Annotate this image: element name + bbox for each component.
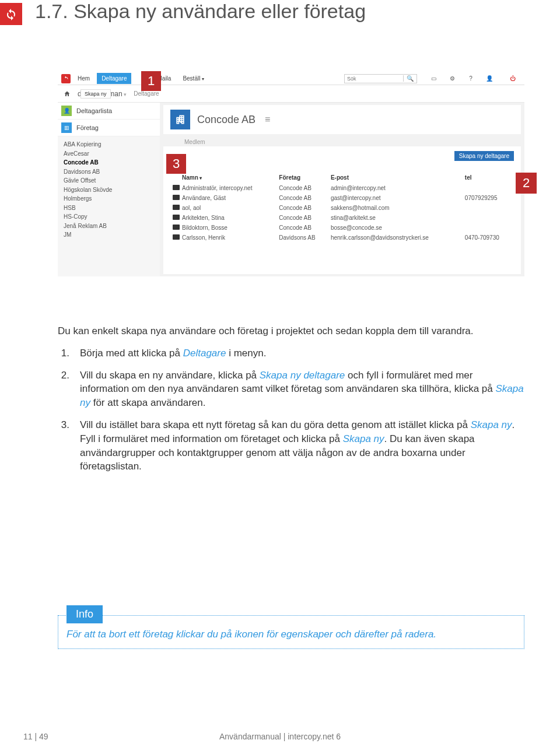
callout-2: 2 <box>516 173 537 194</box>
cell-tel <box>464 183 513 193</box>
info-text: För att ta bort ett företag klickar du p… <box>66 629 516 640</box>
company-item[interactable]: ABA Kopiering <box>64 140 154 149</box>
company-item[interactable]: Gävle Offset <box>64 176 154 185</box>
cell-foretag: Davidsons AB <box>278 233 330 243</box>
card-icon <box>173 234 180 240</box>
cell-epost: gast@intercopy.net <box>330 193 464 203</box>
sidebar-label: Företag <box>76 124 99 131</box>
skapa-ny-chip[interactable]: Skapa ny <box>80 89 111 99</box>
page-number: 11 | 49 <box>23 732 48 741</box>
company-item-selected[interactable]: Concode AB <box>64 158 154 167</box>
search-input[interactable] <box>345 75 403 83</box>
sidebar-item-foretag[interactable]: ▥ Företag <box>58 120 160 136</box>
skapa-ny-deltagare-button[interactable]: Skapa ny deltagare <box>454 151 514 161</box>
table-row[interactable]: Bildoktorn, BosseConcode ABbosse@concode… <box>172 223 513 233</box>
chat-icon[interactable]: ▭ <box>429 75 438 82</box>
step-1: 1. Börja med att klicka på Deltagare i m… <box>58 346 524 360</box>
refresh-icon <box>62 75 69 82</box>
info-box: Info För att ta bort ett företag klickar… <box>58 615 524 649</box>
col-tel[interactable]: tel <box>464 172 513 183</box>
table-row[interactable]: Användare, GästConcode ABgast@intercopy.… <box>172 193 513 203</box>
cell-foretag: Concode AB <box>278 193 330 203</box>
cell-namn: Bildoktorn, Bosse <box>181 223 278 233</box>
card-icon <box>173 185 180 190</box>
cell-foretag: Concode AB <box>278 183 330 193</box>
company-header: Concode AB ≡ <box>163 105 521 134</box>
table-row[interactable]: Carlsson, HenrikDavidsons ABhenrik.carls… <box>172 233 513 243</box>
info-tab: Info <box>66 605 103 623</box>
cell-namn: Carlsson, Henrik <box>181 233 278 243</box>
company-item[interactable]: AveCesar <box>64 149 154 159</box>
cell-foretag: Concode AB <box>278 203 330 213</box>
page-heading: 1.7. Skapa ny användare eller företag <box>35 0 366 23</box>
nav-bestall[interactable]: Beställ <box>178 73 208 84</box>
home-icon[interactable] <box>64 90 71 97</box>
cell-epost: sakkens@hotmail.com <box>330 203 464 213</box>
cell-namn: Arkitekten, Stina <box>181 213 278 223</box>
cell-tel: 0470-709730 <box>464 233 513 243</box>
medlem-label: Medlem <box>184 139 521 145</box>
company-item[interactable]: Holmbergs <box>64 194 154 204</box>
user-icon[interactable]: 👤 <box>485 75 494 82</box>
cell-namn: Administratör, intercopy.net <box>181 183 278 193</box>
sidebar-item-deltagarlista[interactable]: 👤 Deltagarlista <box>58 103 160 120</box>
search-icon[interactable]: 🔍 <box>403 75 416 82</box>
col-namn[interactable]: Namn <box>181 172 278 183</box>
callout-3: 3 <box>166 154 186 174</box>
company-item[interactable]: Jenå Reklam AB <box>64 222 154 231</box>
company-menu-icon[interactable]: ≡ <box>265 114 270 125</box>
company-item[interactable]: HSB <box>64 204 154 213</box>
card-icon <box>173 205 180 210</box>
company-item[interactable]: Högskolan Skövde <box>64 185 154 195</box>
table-row[interactable]: Arkitekten, StinaConcode ABstina@arkitek… <box>172 213 513 223</box>
company-item[interactable]: HS-Copy <box>64 212 154 222</box>
left-nav: 👤 Deltagarlista ▥ Företag ABA Kopiering … <box>58 103 160 276</box>
main-content: Concode AB ≡ Medlem Skapa ny deltagare N… <box>160 103 524 276</box>
table-row[interactable]: aol, aolConcode ABsakkens@hotmail.com <box>172 203 513 213</box>
breadcrumb-sub: Deltagare <box>134 90 159 97</box>
card-icon <box>173 215 180 220</box>
help-icon[interactable]: ? <box>466 75 475 82</box>
search-box: 🔍 <box>344 74 417 83</box>
app-topbar: Hem Deltagare Maila Beställ 🔍 ▭ ⚙ ? 👤 ⏻ <box>58 72 524 85</box>
cell-tel <box>464 213 513 223</box>
power-icon[interactable]: ⏻ <box>508 75 517 82</box>
footer-center: Användarmanual | intercopy.net 6 <box>0 732 560 741</box>
nav-hem[interactable]: Hem <box>73 73 94 84</box>
cell-epost: bosse@concode.se <box>330 223 464 233</box>
user-tile-icon: 👤 <box>61 106 72 116</box>
cell-namn: aol, aol <box>181 203 278 213</box>
cell-tel: 0707929295 <box>464 193 513 203</box>
refresh-icon <box>4 7 18 21</box>
card-icon <box>173 225 180 230</box>
cell-tel <box>464 203 513 213</box>
col-epost[interactable]: E-post <box>330 172 464 183</box>
settings-icon[interactable]: ⚙ <box>447 75 457 82</box>
card-icon <box>173 195 180 200</box>
cell-foretag: Concode AB <box>278 213 330 223</box>
table-row[interactable]: Administratör, intercopy.netConcode ABad… <box>172 183 513 193</box>
company-icon-box <box>170 110 190 129</box>
cell-epost: henrik.carlsson@davidsonstryckeri.se <box>330 233 464 243</box>
members-panel: Skapa ny deltagare Namn Företag E-post t… <box>163 146 521 274</box>
page-footer: 11 | 49 Användarmanual | intercopy.net 6 <box>0 732 560 741</box>
sidebar-label: Deltagarlista <box>76 107 112 114</box>
step-2: 2. Vill du skapa en ny användare, klicka… <box>58 369 524 410</box>
cell-foretag: Concode AB <box>278 223 330 233</box>
company-list: ABA Kopiering AveCesar Concode AB Davids… <box>58 136 160 243</box>
app-screenshot: Hem Deltagare Maila Beställ 🔍 ▭ ⚙ ? 👤 ⏻ … <box>58 72 524 276</box>
company-item[interactable]: JM <box>64 230 154 240</box>
building-tile-icon: ▥ <box>61 122 72 133</box>
company-item[interactable]: Davidsons AB <box>64 167 154 177</box>
step-3: 3. Vill du istället bara skapa ett nytt … <box>58 418 524 474</box>
nav-deltagare[interactable]: Deltagare <box>97 73 131 84</box>
cell-tel <box>464 223 513 233</box>
cell-namn: Användare, Gäst <box>181 193 278 203</box>
company-title: Concode AB <box>197 114 256 126</box>
app-logo <box>61 74 71 83</box>
cell-epost: admin@intercopy.net <box>330 183 464 193</box>
body-text: Du kan enkelt skapa nya användare och fö… <box>58 324 524 482</box>
intro-paragraph: Du kan enkelt skapa nya användare och fö… <box>58 324 524 338</box>
callout-1: 1 <box>141 71 161 91</box>
col-foretag[interactable]: Företag <box>278 172 330 183</box>
